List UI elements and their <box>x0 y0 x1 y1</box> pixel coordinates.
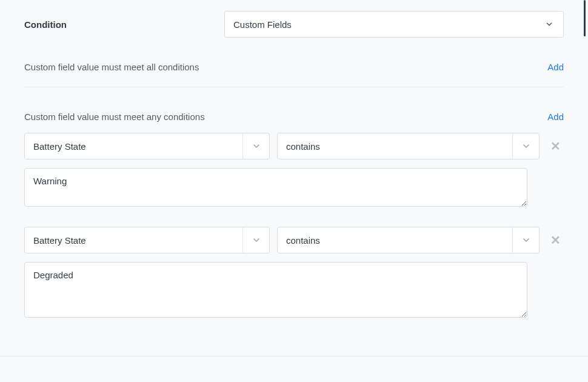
chevron-down-icon <box>251 235 262 246</box>
operator-select[interactable]: contains <box>277 133 540 159</box>
condition-row: Battery State contains ✕ <box>24 227 564 253</box>
add-any-condition-button[interactable]: Add <box>547 112 564 122</box>
chevron-down-icon <box>251 141 262 152</box>
operator-select-value: contains <box>278 133 512 159</box>
operator-select-value: contains <box>278 227 512 253</box>
close-icon: ✕ <box>550 139 561 153</box>
close-icon: ✕ <box>550 233 561 247</box>
value-textarea[interactable] <box>24 168 527 207</box>
field-select-value: Battery State <box>25 133 242 159</box>
field-select[interactable]: Battery State <box>24 227 270 253</box>
condition-select[interactable]: Custom Fields <box>224 11 564 38</box>
chevron-down-icon <box>544 19 555 30</box>
section-divider <box>24 87 564 87</box>
field-select-value: Battery State <box>25 227 242 253</box>
operator-select[interactable]: contains <box>277 227 540 253</box>
remove-condition-button[interactable]: ✕ <box>547 138 564 155</box>
remove-condition-button[interactable]: ✕ <box>547 232 564 249</box>
condition-select-value: Custom Fields <box>233 19 292 30</box>
chevron-down-icon <box>521 235 532 246</box>
all-conditions-title: Custom field value must meet all conditi… <box>24 62 199 72</box>
chevron-down-icon <box>521 141 532 152</box>
condition-label: Condition <box>24 19 206 30</box>
field-select[interactable]: Battery State <box>24 133 270 159</box>
add-all-condition-button[interactable]: Add <box>547 62 564 72</box>
value-textarea[interactable] <box>24 262 527 318</box>
scrollbar-indicator[interactable] <box>584 0 586 36</box>
condition-panel: Condition Custom Fields Custom field val… <box>0 0 588 357</box>
any-conditions-title: Custom field value must meet any conditi… <box>24 112 205 122</box>
condition-row: Battery State contains ✕ <box>24 133 564 159</box>
